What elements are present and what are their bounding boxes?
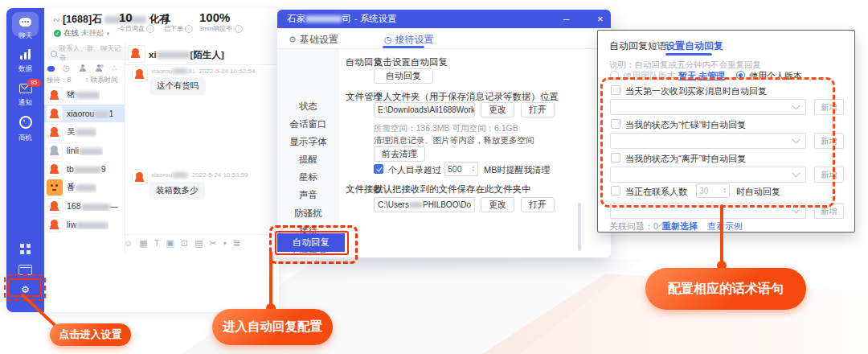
font-icon[interactable]: T <box>154 238 160 249</box>
related-questions-count: 关联问题：0个 <box>609 220 667 233</box>
filter-group-icon[interactable] <box>95 64 102 73</box>
menu-item-session-window[interactable]: 会话窗口 <box>277 118 339 130</box>
limit-stepper[interactable]: 500 ▲▼ <box>444 162 478 176</box>
menu-item-reminder[interactable]: 提醒 <box>277 154 339 166</box>
sidebar-item-business[interactable]: 商机 <box>6 116 44 143</box>
scissors-icon[interactable]: ✂ <box>209 238 216 249</box>
message-meta: xiaorou 2022-5-24 10:53:59 <box>151 171 248 179</box>
sidebar-item-chat[interactable]: 聊天 <box>6 15 44 41</box>
rule2-dropdown[interactable] <box>610 133 806 149</box>
rule2-add-button[interactable]: 新增 <box>814 133 844 149</box>
history-icon[interactable]: ≣ <box>233 238 240 249</box>
contact-row[interactable]: 番 <box>44 179 125 196</box>
rule1-dropdown[interactable] <box>610 99 806 115</box>
contact-row[interactable]: tb9 <box>44 160 125 178</box>
rule2-checkbox[interactable] <box>611 119 620 129</box>
dialog-scrollbar[interactable] <box>578 203 581 251</box>
stat-label: 今日询盘 <box>119 24 158 33</box>
contact-row[interactable]: 猪 <box>44 86 125 104</box>
chevron-down-icon: ▾ <box>107 31 110 37</box>
sort-by-time[interactable]: ↕ 联系时间 <box>85 76 118 85</box>
apps-grid-button[interactable] <box>6 243 44 257</box>
space-info: 所需空间：136.3MB 可用空间：6.1GB <box>374 123 518 134</box>
panel-tab-underline <box>665 53 712 56</box>
settings-dialog: 石家司 - 系统设置 – × ⚙ 基础设置 ◷ 接待设置 状态 会话窗口 显示字… <box>277 10 611 257</box>
emoji-icon[interactable]: ☺ <box>124 238 133 249</box>
active-tab-underline <box>383 46 424 48</box>
screenshot-icon[interactable]: ▦ <box>139 238 147 249</box>
rule4-add-button[interactable]: 新增 <box>814 203 844 219</box>
reception-count: 接待：8 <box>47 76 71 85</box>
open-folder-button[interactable]: 打开 <box>521 102 555 117</box>
auto-reply-panel: 自动回复短语 设置自动回复 说明：自动回复或五分钟内不会重复回复 使用团队版本 … <box>597 30 855 233</box>
minimize-button[interactable]: – <box>563 10 569 28</box>
tab-reception-settings[interactable]: ◷ 接待设置 <box>384 33 434 47</box>
menu-item-sound[interactable]: 声音 <box>277 189 339 201</box>
video-icon[interactable]: ⊡ <box>181 238 188 249</box>
tab-reply-phrases[interactable]: 自动回复短语 <box>609 39 667 53</box>
rule3-add-button[interactable]: 新增 <box>814 167 844 183</box>
status-row[interactable]: ✓ 在线 未挂起 ▾ <box>54 28 109 39</box>
online-status-icon: ✓ <box>54 30 61 37</box>
menu-item-font[interactable]: 显示字体 <box>277 136 339 148</box>
dialog-tabs: ⚙ 基础设置 ◷ 接待设置 <box>277 28 611 49</box>
bar-chart-icon <box>20 49 31 60</box>
sidebar-item-data[interactable]: 数据 <box>6 48 44 74</box>
caret-down-icon[interactable]: ▾ <box>223 238 227 249</box>
contact-row-selected[interactable]: xiaorou1 <box>44 105 125 122</box>
toolbar-divider <box>125 234 279 235</box>
peer-avatar <box>128 45 145 63</box>
contact-row[interactable]: 吴 <box>44 123 125 141</box>
sidebar-item-label: 通知 <box>6 98 44 108</box>
filter-recent-icon[interactable]: ◷ <box>63 64 70 72</box>
go-clean-button[interactable]: 前去清理 <box>374 146 425 162</box>
contact-row[interactable]: 168— <box>44 197 125 215</box>
rule3-dropdown[interactable] <box>610 167 806 183</box>
contact-count-stepper[interactable]: 30 ▲▼ <box>696 183 730 198</box>
personal-folder-path-input[interactable]: E:\Downloads\Ali1688Workben <box>374 102 475 117</box>
receive-folder-path-input[interactable]: C:\UsersPHILBOO\Do <box>374 197 475 212</box>
stepper-arrows-icon[interactable]: ▲▼ <box>472 166 475 172</box>
change-recv-folder-button[interactable]: 更改 <box>481 197 514 212</box>
filter-org-icon[interactable]: ∴ <box>112 64 117 72</box>
contact-name: xiaorou1 <box>67 109 113 118</box>
personal-version-radio[interactable] <box>736 71 745 80</box>
manage-team-link[interactable]: 暂无,去管理 <box>678 70 725 82</box>
clock-icon: ◷ <box>384 35 392 45</box>
reselect-link[interactable]: 重新选择 <box>662 220 698 233</box>
rule3-checkbox[interactable] <box>611 153 620 163</box>
rule1-checkbox[interactable] <box>611 85 620 95</box>
contact-row[interactable]: linli <box>44 142 125 159</box>
folder-icon[interactable]: ▤ <box>194 238 203 249</box>
contact-row[interactable]: liw <box>44 216 125 233</box>
rule1-add-button[interactable]: 新增 <box>814 99 844 115</box>
limit-checkbox[interactable] <box>374 164 383 174</box>
rule4-dropdown[interactable] <box>610 203 806 219</box>
view-example-link[interactable]: 查看示例 <box>707 220 743 233</box>
message-bubble: 这个有货吗 <box>150 77 206 95</box>
menu-item-star[interactable]: 星标 <box>277 171 339 183</box>
close-button[interactable]: × <box>597 10 604 28</box>
filter-contact-icon[interactable] <box>79 64 86 73</box>
dialog-titlebar[interactable]: 石家司 - 系统设置 – × <box>277 10 611 28</box>
menu-item-status[interactable]: 状态 <box>277 101 339 113</box>
sidebar-item-notifications[interactable]: 85 通知 <box>6 82 44 108</box>
stepper-arrows-icon[interactable]: ▲▼ <box>723 187 727 194</box>
rule4-checkbox[interactable] <box>611 186 620 196</box>
tab-label: 基础设置 <box>300 33 338 47</box>
search-input[interactable]: 联系人、群、聊天记录 <box>47 47 129 60</box>
account-title-prefix: [1688]石 <box>63 14 102 25</box>
tab-set-auto-reply[interactable]: 设置自动回复 <box>665 39 723 53</box>
change-folder-button[interactable]: 更改 <box>481 102 514 117</box>
open-recv-folder-button[interactable]: 打开 <box>521 197 555 212</box>
image-icon[interactable]: ▣ <box>166 238 174 249</box>
auto-reply-highlight-dashed <box>269 225 358 264</box>
column-divider <box>125 43 125 254</box>
rule1-label: 当天第一次收到买家消息时自动回复 <box>625 85 767 97</box>
filter-chats-icon[interactable] <box>47 65 55 73</box>
message-bubble: 装箱数多少 <box>149 182 205 200</box>
menu-item-anti-harass[interactable]: 防骚扰 <box>277 208 339 220</box>
auto-reply-button[interactable]: 自动回复 <box>374 68 433 84</box>
tab-basic-settings[interactable]: ⚙ 基础设置 <box>289 33 338 47</box>
team-version-radio[interactable] <box>610 71 619 80</box>
